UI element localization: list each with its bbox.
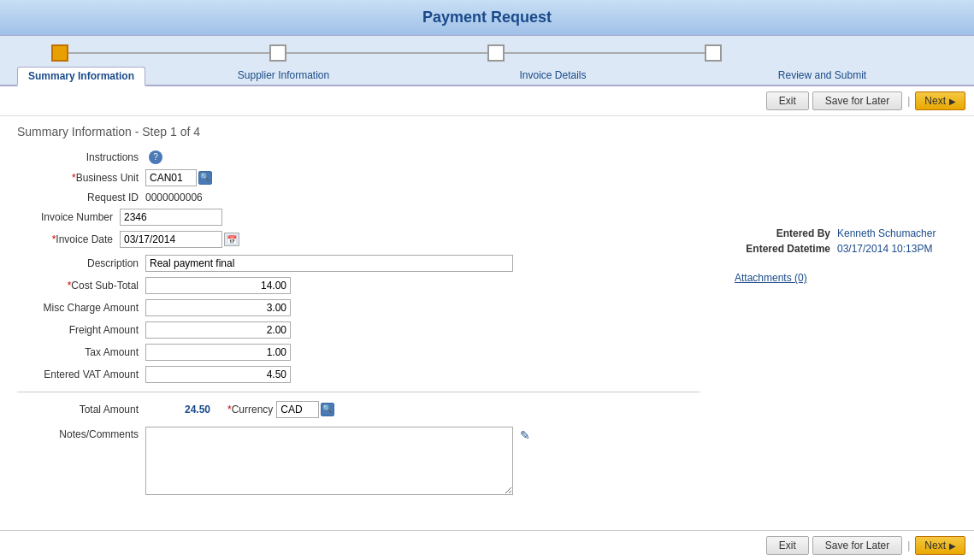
misc-charge-input[interactable]	[145, 299, 291, 316]
entered-datetime-label: Entered Datetime	[726, 243, 837, 255]
save-later-button-top[interactable]: Save for Later	[812, 91, 902, 110]
tab-summary-information[interactable]: Summary Information	[17, 67, 145, 86]
entered-by-value: Kenneth Schumacher	[837, 227, 936, 239]
request-id-value: 0000000006	[145, 192, 203, 203]
toolbar-pipe-top: |	[906, 95, 912, 107]
vat-row: Entered VAT Amount	[17, 366, 700, 383]
vat-input[interactable]	[145, 366, 291, 383]
currency-input[interactable]	[276, 401, 319, 418]
entered-info: Entered By Kenneth Schumacher Entered Da…	[726, 227, 957, 255]
total-label: Total Amount	[17, 404, 145, 416]
step-dot-4	[705, 44, 722, 62]
cost-subtotal-label: *Cost Sub-Total	[17, 280, 145, 292]
tab-invoice-details[interactable]: Invoice Details	[418, 69, 688, 85]
instructions-row: Instructions ?	[17, 150, 700, 164]
currency-label: *Currency	[227, 404, 273, 416]
total-currency-row: Total Amount 24.50 *Currency	[17, 401, 700, 418]
vat-label: Entered VAT Amount	[17, 368, 145, 380]
next-button-top[interactable]: Next ▶	[915, 91, 965, 110]
request-id-label: Request ID	[17, 192, 145, 203]
step-line-3	[505, 52, 705, 54]
invoice-number-input[interactable]	[120, 209, 222, 226]
business-unit-lookup-icon[interactable]	[198, 171, 212, 185]
page-title: Payment Request	[422, 9, 552, 26]
request-id-row: Request ID 0000000006	[17, 192, 700, 203]
step-dot-1	[51, 44, 68, 62]
description-input[interactable]	[145, 255, 513, 272]
notes-row: Notes/Comments ✎	[17, 427, 700, 498]
invoice-date-row: *Invoice Date 📅	[17, 231, 239, 248]
entered-by-label: Entered By	[726, 227, 837, 239]
description-row: Description	[17, 255, 700, 272]
step-dot-2	[269, 44, 286, 62]
info-icon[interactable]: ?	[149, 150, 162, 164]
next-button-bottom[interactable]: Next ▶	[915, 536, 965, 555]
wizard-step-1[interactable]	[51, 44, 269, 62]
cost-subtotal-input[interactable]	[145, 277, 291, 294]
bottom-toolbar: Exit Save for Later | Next ▶	[0, 530, 974, 560]
notes-label: Notes/Comments	[17, 427, 145, 440]
step-line-2	[286, 52, 487, 54]
entered-datetime-value: 03/17/2014 10:13PM	[837, 243, 932, 255]
description-label: Description	[17, 257, 145, 269]
tab-supplier-information[interactable]: Supplier Information	[149, 69, 418, 85]
next-arrow-bottom: ▶	[949, 541, 956, 551]
next-arrow-top: ▶	[949, 97, 956, 106]
entered-datetime-row: Entered Datetime 03/17/2014 10:13PM	[726, 243, 957, 255]
exit-button-top[interactable]: Exit	[766, 91, 809, 110]
invoice-date-label: *Invoice Date	[17, 233, 120, 245]
misc-charge-label: Misc Charge Amount	[17, 302, 145, 314]
wizard-step-2[interactable]	[269, 44, 487, 62]
spell-check-icon[interactable]: ✎	[520, 428, 530, 442]
business-unit-input[interactable]	[145, 169, 197, 186]
tax-row: Tax Amount	[17, 344, 700, 361]
tax-input[interactable]	[145, 344, 291, 361]
freight-input[interactable]	[145, 321, 291, 339]
tab-review-submit[interactable]: Review and Submit	[688, 69, 957, 85]
invoice-number-label: Invoice Number	[17, 211, 120, 223]
calendar-icon[interactable]: 📅	[224, 233, 239, 246]
section-title: Summary Information - Step 1 of 4	[17, 125, 957, 139]
entered-by-row: Entered By Kenneth Schumacher	[726, 227, 957, 239]
invoice-date-input[interactable]	[120, 231, 222, 248]
misc-charge-row: Misc Charge Amount	[17, 299, 700, 316]
attachments-link[interactable]: Attachments (0)	[735, 272, 807, 284]
cost-subtotal-row: *Cost Sub-Total	[17, 277, 700, 294]
toolbar-pipe-bottom: |	[906, 539, 912, 551]
step-dot-3	[487, 44, 505, 62]
wizard-step-3[interactable]	[487, 44, 705, 62]
step-line-1	[68, 52, 269, 54]
business-unit-label: *Business Unit	[17, 172, 145, 184]
page-header: Payment Request	[0, 0, 974, 36]
total-value: 24.50	[145, 404, 214, 416]
currency-lookup-icon[interactable]	[321, 403, 334, 416]
tax-label: Tax Amount	[17, 346, 145, 358]
wizard-step-4[interactable]	[705, 44, 923, 62]
save-later-button-bottom[interactable]: Save for Later	[812, 536, 902, 555]
main-content: Summary Information - Step 1 of 4 Instru…	[0, 116, 974, 530]
invoice-number-row: Invoice Number	[17, 209, 222, 226]
freight-row: Freight Amount	[17, 321, 700, 339]
instructions-label: Instructions	[17, 151, 145, 163]
business-unit-row: *Business Unit	[17, 169, 700, 186]
freight-label: Freight Amount	[17, 324, 145, 336]
exit-button-bottom[interactable]: Exit	[766, 536, 809, 555]
notes-textarea[interactable]	[145, 427, 513, 495]
top-toolbar: Exit Save for Later | Next ▶	[0, 86, 974, 116]
